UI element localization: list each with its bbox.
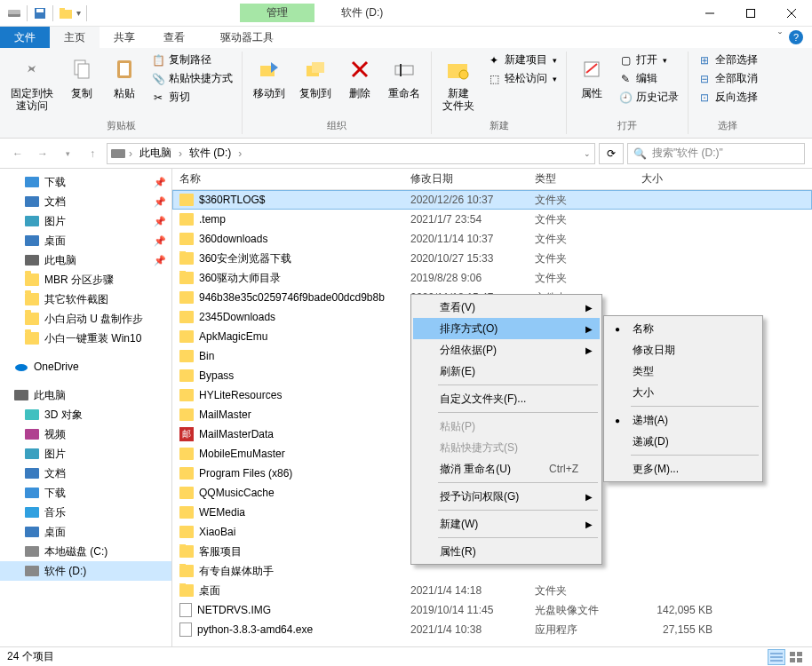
- details-view-button[interactable]: [768, 649, 785, 665]
- sidebar-item[interactable]: 此电脑: [0, 385, 171, 405]
- file-row[interactable]: 桌面2021/1/4 14:18文件夹: [172, 581, 812, 600]
- file-row[interactable]: python-3.8.3-amd64.exe2021/1/4 10:38应用程序…: [172, 620, 812, 639]
- copy-button[interactable]: 复制: [62, 52, 101, 103]
- menu-item[interactable]: 撤消 重命名(U)Ctrl+Z: [413, 458, 600, 480]
- menu-item[interactable]: 属性(R): [413, 541, 600, 562]
- delete-button[interactable]: 删除: [340, 52, 379, 103]
- svg-rect-45: [797, 652, 802, 656]
- edit-button[interactable]: ✎编辑: [615, 70, 682, 87]
- sidebar-item[interactable]: 文档📌: [0, 192, 171, 211]
- new-folder-button[interactable]: 新建 文件夹: [437, 52, 480, 116]
- menu-item[interactable]: 新建(W)▶: [413, 513, 600, 535]
- sidebar-item[interactable]: 下载: [0, 483, 171, 503]
- properties-button[interactable]: 属性: [572, 52, 611, 103]
- qa-dropdown-icon[interactable]: ▾: [76, 8, 81, 18]
- file-row[interactable]: 360驱动大师目录2019/8/28 9:06文件夹: [172, 268, 812, 288]
- sidebar-item[interactable]: 桌面📌: [0, 231, 171, 250]
- menu-item[interactable]: 查看(V)▶: [413, 297, 600, 318]
- copy-to-button[interactable]: 复制到: [294, 52, 337, 103]
- menu-item[interactable]: 授予访问权限(G)▶: [413, 486, 600, 507]
- help-icon[interactable]: ?: [789, 30, 803, 44]
- file-row[interactable]: 360downloads2020/11/14 10:37文件夹: [172, 229, 812, 249]
- menu-item[interactable]: 更多(M)...: [606, 458, 760, 480]
- forward-button[interactable]: →: [32, 143, 53, 164]
- tab-share[interactable]: 共享: [100, 27, 149, 48]
- folder-qa-icon[interactable]: [59, 6, 73, 20]
- tab-home[interactable]: 主页: [50, 27, 100, 48]
- menu-item[interactable]: 修改日期: [606, 339, 760, 361]
- sidebar-item[interactable]: 此电脑📌: [0, 250, 171, 270]
- organize-group-label: 组织: [327, 117, 346, 134]
- sidebar-item[interactable]: 音乐: [0, 503, 171, 522]
- sidebar-item[interactable]: 图片: [0, 444, 171, 464]
- sidebar-item[interactable]: 其它软件截图: [0, 289, 171, 309]
- menu-item[interactable]: 分组依据(P)▶: [413, 339, 600, 361]
- col-date[interactable]: 修改日期: [410, 171, 535, 186]
- tab-view[interactable]: 查看: [149, 27, 199, 48]
- addr-dropdown-icon[interactable]: ⌄: [584, 149, 591, 158]
- back-button[interactable]: ←: [7, 143, 28, 164]
- menu-item[interactable]: 排序方式(O)▶: [413, 318, 600, 339]
- maximize-button[interactable]: [730, 0, 771, 27]
- ribbon-collapse-icon[interactable]: ˇ: [778, 31, 782, 44]
- rename-button[interactable]: 重命名: [383, 52, 426, 103]
- col-size[interactable]: 大小: [641, 171, 730, 186]
- paste-button[interactable]: 粘贴: [105, 52, 144, 103]
- sidebar-item[interactable]: 下载📌: [0, 172, 171, 192]
- svg-rect-19: [395, 66, 413, 75]
- history-button[interactable]: 🕘历史记录: [615, 89, 682, 106]
- close-button[interactable]: [771, 0, 812, 27]
- invert-selection-button[interactable]: ⊡反向选择: [694, 89, 761, 106]
- menu-item[interactable]: 类型: [606, 361, 760, 382]
- select-all-button[interactable]: ⊞全部选择: [694, 52, 761, 68]
- tab-file[interactable]: 文件: [0, 27, 50, 48]
- cut-button[interactable]: ✂剪切: [147, 89, 236, 106]
- move-to-button[interactable]: 移动到: [248, 52, 291, 103]
- file-row[interactable]: NETDRVS.IMG2019/10/14 11:45光盘映像文件142,095…: [172, 600, 812, 620]
- address-path[interactable]: › 此电脑 › 软件 (D:) › ⌄: [107, 143, 595, 164]
- menu-item[interactable]: ●名称: [606, 318, 760, 339]
- menu-item[interactable]: 自定义文件夹(F)...: [413, 388, 600, 409]
- menu-item[interactable]: 大小: [606, 382, 760, 403]
- search-input[interactable]: 🔍 搜索"软件 (D:)": [627, 143, 805, 164]
- open-button[interactable]: ▢打开▾: [615, 52, 682, 68]
- file-icon: [179, 603, 192, 617]
- menu-item[interactable]: 刷新(E): [413, 361, 600, 382]
- minimize-button[interactable]: [689, 0, 730, 27]
- file-row[interactable]: .temp2021/1/7 23:54文件夹: [172, 210, 812, 229]
- file-row[interactable]: $360RTLOG$2020/12/26 10:37文件夹: [172, 190, 812, 210]
- pin-icon: [18, 55, 46, 83]
- select-none-button[interactable]: ⊟全部取消: [694, 70, 761, 87]
- save-icon[interactable]: [33, 6, 47, 20]
- sidebar-item[interactable]: 桌面: [0, 522, 171, 542]
- thumbnails-view-button[interactable]: [787, 649, 805, 665]
- sidebar-item[interactable]: MBR 分区步骤: [0, 270, 171, 289]
- up-button[interactable]: ↑: [82, 143, 103, 164]
- sidebar-item[interactable]: 3D 对象: [0, 405, 171, 424]
- breadcrumb-root[interactable]: 此电脑: [136, 146, 175, 161]
- breadcrumb-drive[interactable]: 软件 (D:): [186, 146, 235, 161]
- copy-path-button[interactable]: 📋复制路径: [147, 52, 236, 68]
- sidebar-icon: [25, 505, 39, 519]
- sidebar-item[interactable]: 本地磁盘 (C:): [0, 542, 171, 561]
- col-type[interactable]: 类型: [535, 171, 641, 186]
- sidebar-item[interactable]: 小白一键重装 Win10: [0, 329, 171, 348]
- sidebar-item[interactable]: 文档: [0, 464, 171, 483]
- paste-shortcut-button[interactable]: 📎粘贴快捷方式: [147, 70, 236, 87]
- refresh-button[interactable]: ⟳: [599, 143, 624, 164]
- sidebar-item[interactable]: 小白启动 U 盘制作步: [0, 309, 171, 329]
- sidebar-item[interactable]: 软件 (D:): [0, 561, 171, 581]
- new-item-button[interactable]: ✦新建项目▾: [483, 52, 561, 68]
- pin-button[interactable]: 固定到快 速访问: [5, 52, 59, 116]
- menu-item[interactable]: 递减(D): [606, 431, 760, 452]
- sidebar-item[interactable]: 图片📌: [0, 211, 171, 231]
- file-row[interactable]: 360安全浏览器下载2020/10/27 15:33文件夹: [172, 249, 812, 268]
- sidebar-icon: [25, 292, 39, 306]
- col-name[interactable]: 名称: [179, 171, 410, 186]
- easy-access-button[interactable]: ⬚轻松访问▾: [483, 70, 561, 87]
- sidebar-item[interactable]: 视频: [0, 424, 171, 444]
- sidebar-item[interactable]: OneDrive: [0, 357, 171, 377]
- recent-dropdown[interactable]: ▾: [57, 143, 78, 164]
- menu-item[interactable]: ●递增(A): [606, 409, 760, 431]
- tab-drive-tools[interactable]: 驱动器工具: [206, 27, 288, 48]
